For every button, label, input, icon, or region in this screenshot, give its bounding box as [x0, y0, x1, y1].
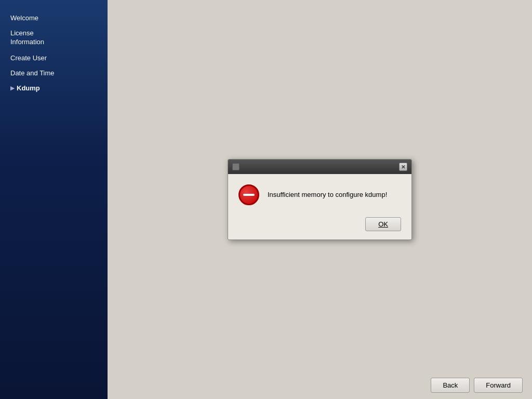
dialog-footer: OK	[228, 213, 411, 240]
sidebar-item-create-user[interactable]: Create User	[0, 50, 108, 65]
sidebar-item-label: Welcome	[10, 14, 38, 22]
dialog-title-icon	[232, 163, 240, 170]
main-content: ✕ Insufficient memory to configure kdump…	[108, 0, 532, 399]
error-dialog: ✕ Insufficient memory to configure kdump…	[228, 159, 412, 240]
dialog-overlay: ✕ Insufficient memory to configure kdump…	[108, 0, 532, 399]
sidebar-item-label: Date and Time	[10, 69, 55, 77]
dialog-titlebar: ✕	[228, 159, 411, 174]
sidebar-item-license-information[interactable]: LicenseInformation	[0, 25, 108, 50]
sidebar-item-date-and-time[interactable]: Date and Time	[0, 65, 108, 81]
arrow-icon: ▶	[10, 85, 15, 91]
back-button[interactable]: Back	[431, 378, 470, 393]
sidebar-item-label: Kdump	[17, 84, 40, 92]
dialog-body: Insufficient memory to configure kdump!	[228, 174, 411, 213]
dialog-close-button[interactable]: ✕	[399, 163, 407, 171]
sidebar: Welcome LicenseInformation Create User D…	[0, 0, 108, 399]
sidebar-item-label: LicenseInformation	[10, 29, 44, 46]
sidebar-item-welcome[interactable]: Welcome	[0, 10, 108, 25]
ok-button[interactable]: OK	[365, 217, 401, 231]
forward-button[interactable]: Forward	[474, 378, 523, 393]
sidebar-item-kdump[interactable]: ▶ Kdump	[0, 81, 108, 96]
sidebar-item-label: Create User	[10, 54, 47, 62]
error-icon	[238, 184, 259, 205]
bottom-navigation-bar: Back Forward	[108, 371, 532, 399]
dialog-message: Insufficient memory to configure kdump!	[268, 190, 387, 200]
